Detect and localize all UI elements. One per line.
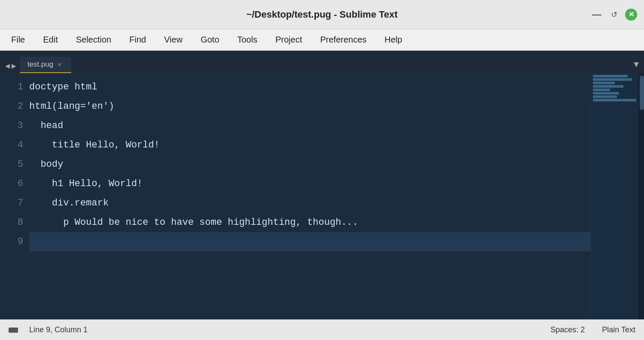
- menu-view[interactable]: View: [162, 33, 185, 46]
- menu-preferences[interactable]: Preferences: [317, 33, 369, 46]
- menu-goto[interactable]: Goto: [198, 33, 222, 46]
- close-button[interactable]: ✕: [625, 9, 637, 21]
- line-number-8: 8: [0, 213, 23, 232]
- tab-bar: ◀ ▶ test.pug × ▼: [0, 51, 644, 73]
- line-number-6: 6: [0, 174, 23, 193]
- code-line-8: p Would be nice to have some highlightin…: [29, 213, 591, 232]
- menu-bar: File Edit Selection Find View Goto Tools…: [0, 29, 644, 51]
- line-number-1: 1: [0, 77, 23, 97]
- tab-dropdown-icon[interactable]: ▼: [634, 60, 639, 70]
- tab-nav-left[interactable]: ◀: [5, 61, 10, 70]
- status-bar: Line 9, Column 1 Spaces: 2 Plain Text: [0, 319, 644, 340]
- spaces-indicator[interactable]: Spaces: 2: [550, 325, 585, 334]
- line-number-7: 7: [0, 193, 23, 213]
- tab-test-pug[interactable]: test.pug ×: [20, 57, 71, 73]
- cursor-position: Line 9, Column 1: [29, 325, 88, 334]
- menu-tools[interactable]: Tools: [235, 33, 260, 46]
- window-title: ~/Desktop/test.pug - Sublime Text: [246, 9, 397, 20]
- status-right: Spaces: 2 Plain Text: [550, 325, 635, 334]
- scrollbar-track[interactable]: [638, 73, 644, 319]
- menu-file[interactable]: File: [9, 33, 27, 46]
- code-area[interactable]: doctype html html(lang='en') head title …: [29, 73, 591, 319]
- code-line-9[interactable]: [29, 232, 591, 251]
- window-controls: — ↺ ✕: [591, 9, 637, 21]
- code-line-1: doctype html: [29, 77, 591, 97]
- status-icon: [9, 328, 18, 333]
- line-number-3: 3: [0, 116, 23, 135]
- line-number-5: 5: [0, 155, 23, 174]
- restore-button[interactable]: ↺: [608, 9, 620, 21]
- tab-close-button[interactable]: ×: [58, 61, 61, 68]
- editor-area[interactable]: 1 2 3 4 5 6 7 8 9 doctype html html(lang…: [0, 73, 644, 319]
- line-number-2: 2: [0, 97, 23, 116]
- minimize-button[interactable]: —: [591, 9, 603, 21]
- syntax-indicator[interactable]: Plain Text: [602, 325, 635, 334]
- menu-selection[interactable]: Selection: [73, 33, 114, 46]
- minimap[interactable]: [591, 73, 638, 319]
- code-line-4: title Hello, World!: [29, 135, 591, 155]
- code-line-3: head: [29, 116, 591, 135]
- line-number-9: 9: [0, 232, 23, 251]
- tab-label: test.pug: [27, 60, 54, 69]
- scrollbar-thumb[interactable]: [640, 76, 644, 110]
- code-line-5: body: [29, 155, 591, 174]
- menu-edit[interactable]: Edit: [40, 33, 60, 46]
- tab-nav-right[interactable]: ▶: [12, 61, 16, 70]
- code-line-6: h1 Hello, World!: [29, 174, 591, 193]
- line-numbers: 1 2 3 4 5 6 7 8 9: [0, 73, 29, 319]
- line-number-4: 4: [0, 135, 23, 155]
- tab-nav-arrows[interactable]: ◀ ▶: [2, 61, 20, 70]
- title-bar: ~/Desktop/test.pug - Sublime Text — ↺ ✕: [0, 0, 644, 29]
- menu-find[interactable]: Find: [127, 33, 149, 46]
- menu-project[interactable]: Project: [273, 33, 305, 46]
- menu-help[interactable]: Help: [382, 33, 405, 46]
- code-line-2: html(lang='en'): [29, 97, 591, 116]
- minimap-content: [591, 73, 638, 104]
- code-line-7: div.remark: [29, 193, 591, 213]
